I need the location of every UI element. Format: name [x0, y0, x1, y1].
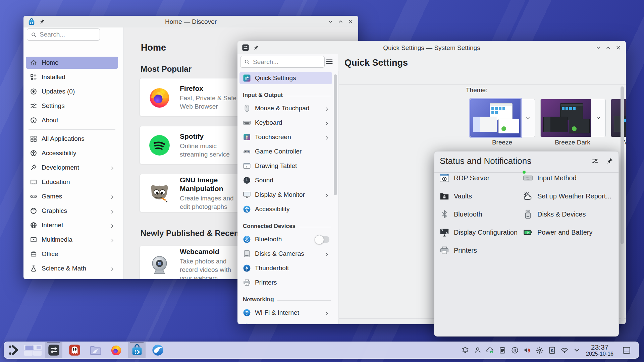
- task-ghostwriter[interactable]: [66, 342, 83, 358]
- sidebar-item-internet[interactable]: Internet: [26, 219, 118, 231]
- sidebar-item-printers[interactable]: Printers: [239, 277, 332, 289]
- sidebar-item-label: Science & Math: [42, 265, 105, 272]
- sidebar-item-sound[interactable]: Sound: [239, 174, 332, 186]
- sidebar-item-updates-0[interactable]: Updates (0): [26, 85, 118, 98]
- sidebar-item-installed[interactable]: Installed: [26, 71, 118, 83]
- app-launcher-button[interactable]: [6, 342, 21, 358]
- sidebar-item-games[interactable]: Games: [26, 190, 118, 202]
- popup-item-printers[interactable]: Printers: [439, 245, 477, 255]
- sidebar-item-accessibility[interactable]: Accessibility: [239, 203, 332, 215]
- theme-dropdown-breeze[interactable]: [521, 99, 535, 137]
- virtual-desktop-grid[interactable]: [24, 345, 42, 356]
- theme-preview-breeze-dark[interactable]: [540, 99, 591, 137]
- sidebar-item-wi-fi-internet[interactable]: Wi-Fi & Internet: [239, 307, 332, 319]
- settings-titlebar[interactable]: Quick Settings — System Settings: [237, 41, 626, 54]
- sidebar-item-thunderbolt[interactable]: Thunderbolt: [239, 262, 332, 274]
- search-placeholder: Search...: [253, 58, 278, 66]
- sidebar-item-graphics[interactable]: Graphics: [26, 205, 118, 217]
- sidebar-item-science-math[interactable]: Science & Math: [26, 262, 118, 275]
- media-player-tray-icon[interactable]: [511, 346, 519, 354]
- task-firefox[interactable]: [107, 342, 125, 358]
- popup-item-vaults[interactable]: Vaults: [439, 191, 472, 201]
- close-icon[interactable]: [615, 45, 621, 52]
- close-icon[interactable]: [348, 19, 354, 26]
- sidebar-item-accessibility[interactable]: Accessibility: [26, 147, 118, 159]
- volume-tray-icon[interactable]: [523, 346, 531, 354]
- sidebar-item-home[interactable]: Home: [26, 57, 118, 69]
- cloud-sync-tray-icon[interactable]: [486, 346, 494, 354]
- popup-item-disks-devices[interactable]: Disks & Devices: [523, 209, 586, 219]
- discover-search-input[interactable]: Search...: [27, 28, 100, 41]
- sidebar-item-game-controller[interactable]: Game Controller: [239, 145, 332, 158]
- user-tray-icon[interactable]: [474, 346, 482, 354]
- virtual-desktop-pager[interactable]: [24, 342, 42, 358]
- minimize-icon[interactable]: [595, 45, 601, 52]
- sidebar-item-multimedia[interactable]: Multimedia: [26, 234, 118, 246]
- sidebar-item-education[interactable]: Education: [26, 176, 118, 188]
- sidebar-item-development[interactable]: Development: [26, 162, 118, 174]
- clipboard-tray-icon[interactable]: [498, 346, 506, 354]
- toggle-knob[interactable]: [315, 235, 324, 244]
- settings-sidebar-scrollbar[interactable]: [334, 74, 337, 242]
- desktop-cell[interactable]: [33, 345, 42, 350]
- sidebar-section-connected-devices: Connected Devices: [239, 218, 332, 231]
- sidebar-item-drawing-tablet[interactable]: Drawing Tablet: [239, 160, 332, 172]
- theme-preview-breeze[interactable]: [470, 99, 521, 137]
- task-falkon[interactable]: [149, 342, 166, 358]
- sidebar-item-all-applications[interactable]: All Applications: [26, 133, 118, 145]
- task-discover[interactable]: [128, 342, 146, 358]
- sidebar-item-system[interactable]: System: [26, 277, 118, 279]
- desktop-cell[interactable]: [24, 351, 33, 356]
- pin-icon[interactable]: [39, 19, 45, 24]
- maximize-icon[interactable]: [605, 45, 611, 52]
- theme-dropdown-breeze-dark[interactable]: [591, 99, 606, 137]
- keyboard-layout-tray-icon[interactable]: [548, 346, 556, 354]
- task-system-settings[interactable]: [45, 342, 62, 358]
- network-tray-icon[interactable]: [560, 346, 569, 354]
- popup-item-display-configuration[interactable]: Display Configuration: [439, 227, 518, 237]
- pin-icon[interactable]: [606, 158, 613, 166]
- minimize-icon[interactable]: [328, 19, 333, 26]
- theme-option-breeze[interactable]: [470, 99, 535, 136]
- task-dolphin[interactable]: [87, 342, 104, 358]
- brightness-tray-icon[interactable]: [536, 346, 544, 354]
- sidebar-item-settings[interactable]: Settings: [26, 100, 118, 112]
- configure-icon[interactable]: [592, 158, 599, 166]
- popup-item-bluetooth[interactable]: Bluetooth: [439, 209, 482, 219]
- digital-clock[interactable]: 23:37 2025-10-16: [582, 343, 617, 357]
- content-scrollbar[interactable]: [621, 86, 624, 321]
- app-card-text: SpotifyOnline music streaming service: [180, 132, 247, 159]
- theme-option-breeze-dark[interactable]: [540, 99, 606, 136]
- sidebar-item-bluetooth[interactable]: Bluetooth: [239, 233, 332, 245]
- expand-tray-arrow[interactable]: [573, 346, 581, 354]
- scrollbar-thumb[interactable]: [621, 86, 624, 244]
- sidebar-item-label: Mouse & Touchpad: [255, 105, 320, 112]
- notifications-tray-icon[interactable]: [461, 346, 469, 354]
- sidebar-item-online-accounts[interactable]: Online Accounts: [239, 321, 332, 324]
- webcam-logo-icon: [147, 253, 172, 277]
- settings-nav: Quick SettingsInput & OutputMouse & Touc…: [239, 72, 332, 324]
- desktop-cell[interactable]: [24, 345, 33, 350]
- sidebar-item-disks-cameras[interactable]: Disks & Cameras: [239, 248, 332, 260]
- discover-titlebar[interactable]: Home — Discover: [23, 16, 358, 27]
- sidebar-item-mouse-touchpad[interactable]: Mouse & Touchpad: [239, 102, 332, 114]
- scrollbar-thumb[interactable]: [334, 74, 337, 195]
- pin-icon[interactable]: [253, 45, 259, 51]
- popup-item-rdp-server[interactable]: RDP Server: [439, 173, 489, 183]
- mm-icon: [30, 236, 37, 243]
- sidebar-item-quick-settings[interactable]: Quick Settings: [239, 72, 332, 84]
- desktop-cell[interactable]: [33, 351, 42, 356]
- sidebar-item-office[interactable]: Office: [26, 248, 118, 260]
- show-desktop-button[interactable]: [621, 345, 632, 356]
- popup-item-power-and-battery[interactable]: Power and Battery: [523, 227, 593, 237]
- sidebar-item-display-monitor[interactable]: Display & Monitor: [239, 189, 332, 201]
- hamburger-menu-icon[interactable]: [325, 58, 333, 66]
- popup-item-set-up-weather-report[interactable]: Set up Weather Report...: [523, 191, 611, 201]
- sidebar-item-keyboard[interactable]: Keyboard: [239, 117, 332, 129]
- maximize-icon[interactable]: [338, 19, 343, 26]
- settings-search-input[interactable]: Search...: [240, 56, 325, 68]
- sidebar-item-touchscreen[interactable]: Touchscreen: [239, 131, 332, 143]
- bluetooth-toggle[interactable]: [315, 236, 329, 243]
- popup-item-input-method[interactable]: Input Method: [523, 173, 577, 183]
- sidebar-item-about[interactable]: About: [26, 114, 118, 126]
